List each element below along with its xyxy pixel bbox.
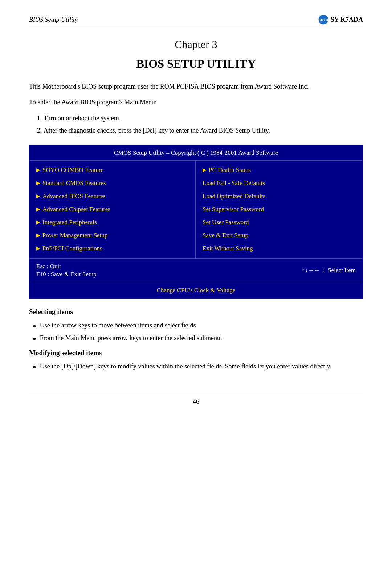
arrow-icon-r1: ▶ [203,167,207,173]
header-title: BIOS Setup Utility [29,16,78,24]
page-number: 46 [193,398,199,405]
bios-left-item-1[interactable]: ▶ SOYO COMBO Feature [36,163,189,176]
bios-bottom-bar: Change CPU's Clock & Voltage [30,282,362,298]
bios-right-item-3[interactable]: Load Optimized Defaults [203,189,356,202]
steps-list: Turn on or reboot the system. After the … [44,113,363,136]
selecting-bullet-1: Use the arrow keys to move between items… [33,320,363,331]
bios-right-item-4[interactable]: Set Supervisor Password [203,202,356,216]
select-item-label: Select Item [328,267,356,274]
bios-left-label-1: SOYO COMBO Feature [42,166,103,174]
arrow-icon-3: ▶ [36,193,40,199]
arrow-icon-2: ▶ [36,180,40,186]
svg-text:SOYO: SOYO [319,18,328,22]
bios-left-item-2[interactable]: ▶ Standard CMOS Features [36,176,189,189]
bios-left-item-6[interactable]: ▶ Power Management Setup [36,229,189,242]
selecting-bullet-2: From the Main Menu press arrow keys to e… [33,333,363,344]
modifying-items-heading: Modifying selected items [29,349,363,357]
bios-right-label-3: Load Optimized Defaults [203,193,265,200]
selecting-items-heading: Selecting items [29,308,363,316]
intro-para2: To enter the Award BIOS program's Main M… [29,97,363,108]
bios-table: CMOS Setup Utility – Copyright ( C ) 198… [29,145,363,299]
chapter-label: Chapter 3 [29,38,363,51]
bios-left-label-4: Advanced Chipset Features [42,206,110,213]
bios-footer-right: ↑↓→← : Select Item [302,267,356,274]
bios-right-label-2: Load Fail - Safe Defaults [203,180,265,187]
intro-para1: This Motherboard's BIOS setup program us… [29,81,363,92]
bios-right-item-5[interactable]: Set User Password [203,216,356,229]
bios-table-body: ▶ SOYO COMBO Feature ▶ Standard CMOS Fea… [30,161,362,258]
selecting-items-list: Use the arrow keys to move between items… [33,320,363,344]
bios-right-label-7: Exit Without Saving [203,245,253,252]
soyo-logo-icon: SOYO [318,15,328,25]
bios-right-column: ▶ PC Health Status Load Fail - Safe Defa… [196,161,362,258]
bios-right-label-5: Set User Password [203,219,249,226]
header-logo: SOYO SY-K7ADA [318,15,363,25]
arrow-icon-5: ▶ [36,219,40,225]
bios-left-label-6: Power Management Setup [42,232,107,239]
logo-text: SY-K7ADA [331,16,363,24]
step-1: Turn on or reboot the system. [44,113,363,124]
bios-right-item-7[interactable]: Exit Without Saving [203,242,356,255]
f10-label: F10 : Save & Exit Setup [36,271,97,278]
bullet-1-text: Use the arrow keys to move between items… [40,320,197,331]
bullet-2-text: From the Main Menu press arrow keys to e… [40,333,222,344]
modifying-bullet-1-text: Use the [Up]/[Down] keys to modify value… [40,361,331,372]
bios-left-item-3[interactable]: ▶ Advanced BIOS Features [36,189,189,202]
section-title: BIOS SETUP UTILITY [29,57,363,71]
bios-right-label-6: Save & Exit Setup [203,232,248,239]
esc-quit-label: Esc : Quit [36,263,97,270]
bios-left-item-4[interactable]: ▶ Advanced Chipset Features [36,202,189,216]
bios-left-label-7: PnP/PCI Configurations [42,245,102,252]
bios-footer-left: Esc : Quit F10 : Save & Exit Setup [36,263,97,278]
page-header: BIOS Setup Utility SOYO SY-K7ADA [29,15,363,27]
bios-left-label-5: Integrated Peripherals [42,219,97,226]
bios-left-label-3: Advanced BIOS Features [42,193,106,200]
arrow-icon-6: ▶ [36,232,40,238]
bios-left-column: ▶ SOYO COMBO Feature ▶ Standard CMOS Fea… [30,161,196,258]
bios-right-item-6[interactable]: Save & Exit Setup [203,229,356,242]
step-2: After the diagnostic checks, press the [… [44,125,363,136]
page-footer: 46 [29,394,363,406]
bios-right-item-2[interactable]: Load Fail - Safe Defaults [203,176,356,189]
bios-left-label-2: Standard CMOS Features [42,180,106,187]
modifying-bullet-1: Use the [Up]/[Down] keys to modify value… [33,361,363,372]
bios-right-label-4: Set Supervisor Password [203,206,264,213]
bios-table-header: CMOS Setup Utility – Copyright ( C ) 198… [30,146,362,161]
colon-separator: : [323,267,325,274]
bios-left-item-5[interactable]: ▶ Integrated Peripherals [36,216,189,229]
arrow-keys-icon: ↑↓→← [302,267,320,274]
arrow-icon-7: ▶ [36,245,40,251]
arrow-icon-4: ▶ [36,206,40,212]
bios-right-label-1: PC Health Status [209,166,251,174]
modifying-items-list: Use the [Up]/[Down] keys to modify value… [33,361,363,372]
bios-footer: Esc : Quit F10 : Save & Exit Setup ↑↓→← … [30,258,362,282]
bios-right-item-1[interactable]: ▶ PC Health Status [203,163,356,176]
arrow-icon-1: ▶ [36,167,40,173]
bios-left-item-7[interactable]: ▶ PnP/PCI Configurations [36,242,189,255]
